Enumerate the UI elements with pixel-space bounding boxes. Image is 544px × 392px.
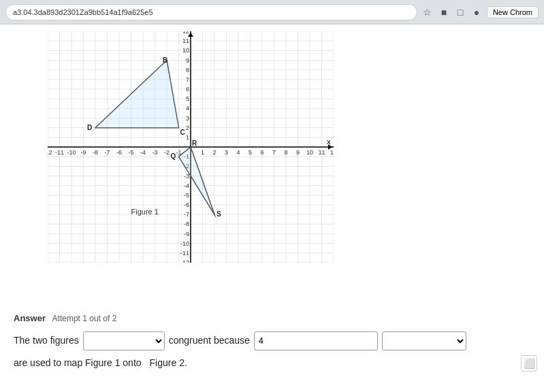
browser-icons: ☆ ■ □ ● New Chrom xyxy=(421,6,539,18)
attempt-text: Attempt 1 out of 2 xyxy=(52,314,117,323)
new-chrome-button[interactable]: New Chrom xyxy=(487,6,539,18)
sentence-end: are used to map Figure 1 onto xyxy=(14,355,142,372)
profile-icon[interactable]: ● xyxy=(470,6,483,18)
answer-label: Answer Attempt 1 out of 2 xyxy=(14,313,530,323)
answer-section: Answer Attempt 1 out of 2 The two figure… xyxy=(14,313,530,372)
url-text: a3.04.3da893d2301Za9bb514a1f9a625e5 xyxy=(13,8,153,16)
window-icon[interactable]: □ xyxy=(454,6,466,18)
transformation-dropdown[interactable]: rigid motions dilations transformations xyxy=(382,331,466,350)
congruent-dropdown[interactable]: are are not xyxy=(83,331,165,350)
sentence-start: The two figures xyxy=(14,332,79,349)
middle-text: congruent because xyxy=(169,332,250,349)
figure2-text: Figure 2. xyxy=(150,355,187,372)
browser-bar: a3.04.3da893d2301Za9bb514a1f9a625e5 ☆ ■ … xyxy=(0,0,544,24)
reason-input[interactable] xyxy=(254,331,378,350)
bookmark-icon[interactable]: ■ xyxy=(438,6,450,18)
coordinate-graph xyxy=(48,31,334,263)
url-bar[interactable]: a3.04.3da893d2301Za9bb514a1f9a625e5 xyxy=(5,4,417,20)
copy-icon[interactable]: ⬜ xyxy=(521,355,537,372)
star-icon[interactable]: ☆ xyxy=(421,6,434,18)
answer-row: The two figures are are not congruent be… xyxy=(14,331,530,372)
main-content: Answer Attempt 1 out of 2 The two figure… xyxy=(0,24,544,392)
